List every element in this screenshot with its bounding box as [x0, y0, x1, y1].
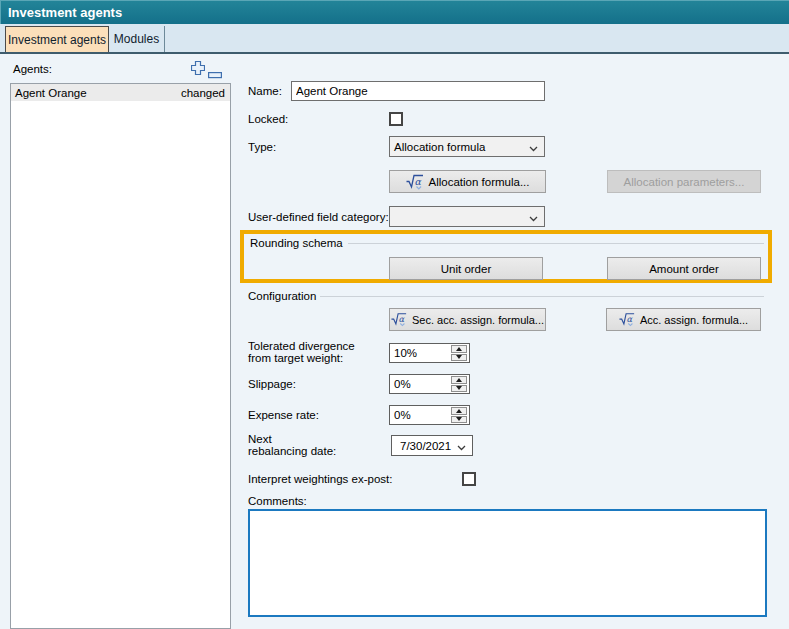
triangle-up-icon	[456, 347, 462, 351]
spinner-buttons	[451, 376, 467, 392]
formula-icon: α	[619, 312, 635, 327]
investment-agents-window: Investment agents Investment agents Modu…	[0, 0, 789, 629]
interpret-expost-checkbox[interactable]	[462, 472, 476, 486]
chevron-down-icon	[529, 211, 538, 223]
formula-icon: α	[406, 174, 424, 190]
tab-investment-agents[interactable]: Investment agents	[5, 26, 109, 52]
expense-rate-spinner[interactable]: 0%	[389, 405, 470, 425]
spinner-up-button[interactable]	[451, 376, 467, 384]
name-input[interactable]	[291, 81, 545, 101]
sec-acc-assign-formula-button-label: Sec. acc. assign. formula...	[412, 314, 544, 326]
tolerated-divergence-label: Tolerated divergence from target weight:	[248, 340, 355, 364]
allocation-parameters-button: Allocation parameters...	[607, 170, 761, 193]
spinner-up-button[interactable]	[451, 407, 467, 415]
spinner-down-button[interactable]	[451, 385, 467, 393]
locked-label: Locked:	[248, 113, 288, 125]
type-select[interactable]: Allocation formula	[389, 136, 545, 157]
amount-order-button[interactable]: Amount order	[607, 257, 761, 280]
spinner-down-button[interactable]	[451, 354, 467, 362]
locked-checkbox[interactable]	[389, 112, 403, 126]
next-rebalancing-date-select[interactable]: 7/30/2021	[391, 435, 473, 456]
type-selected-value: Allocation formula	[394, 141, 485, 153]
svg-text:α: α	[399, 314, 406, 324]
chevron-down-icon	[529, 141, 538, 153]
plus-icon	[191, 61, 205, 75]
tab-strip: Investment agents Modules	[0, 24, 789, 54]
unit-order-button[interactable]: Unit order	[389, 257, 543, 280]
sec-acc-assign-formula-button[interactable]: α Sec. acc. assign. formula...	[389, 308, 546, 331]
configuration-group-label: Configuration	[248, 290, 316, 302]
svg-text:α: α	[626, 314, 633, 324]
triangle-down-icon	[456, 355, 462, 359]
next-rebalancing-date-label: Next rebalancing date:	[248, 433, 336, 457]
amount-order-button-label: Amount order	[649, 263, 719, 275]
type-label: Type:	[248, 141, 276, 153]
agents-list-label: Agents:	[13, 63, 52, 75]
slippage-label: Slippage:	[248, 378, 296, 390]
slippage-value: 0%	[394, 378, 411, 390]
unit-order-button-label: Unit order	[441, 263, 492, 275]
slippage-spinner[interactable]: 0%	[389, 374, 470, 394]
expense-rate-label: Expense rate:	[248, 409, 319, 421]
expense-rate-value: 0%	[394, 409, 411, 421]
allocation-parameters-button-label: Allocation parameters...	[624, 176, 745, 188]
window-titlebar: Investment agents	[0, 0, 789, 24]
rounding-schema-group-label: Rounding schema	[250, 237, 343, 249]
tolerated-divergence-spinner[interactable]: 10%	[389, 343, 470, 363]
window-title: Investment agents	[0, 5, 122, 20]
agent-name: Agent Orange	[15, 87, 87, 99]
agent-status-badge: changed	[181, 87, 225, 99]
triangle-up-icon	[456, 409, 462, 413]
spinner-down-button[interactable]	[451, 416, 467, 424]
comments-label: Comments:	[248, 495, 307, 507]
triangle-down-icon	[456, 386, 462, 390]
agent-list-item[interactable]: Agent Orange changed	[11, 84, 230, 101]
remove-agent-button[interactable]	[208, 65, 222, 83]
udf-category-label: User-defined field category:	[248, 211, 389, 223]
group-divider	[348, 243, 764, 244]
spinner-up-button[interactable]	[451, 345, 467, 353]
minus-icon	[208, 72, 222, 79]
next-rebalancing-date-value: 7/30/2021	[400, 440, 451, 452]
tolerated-divergence-value: 10%	[394, 347, 417, 359]
allocation-formula-button[interactable]: α Allocation formula...	[389, 170, 546, 193]
acc-assign-formula-button[interactable]: α Acc. assign. formula...	[606, 308, 761, 331]
interpret-expost-label: Interpret weightings ex-post:	[248, 473, 392, 485]
add-agent-button[interactable]	[191, 61, 205, 79]
udf-category-select[interactable]	[389, 206, 545, 227]
triangle-down-icon	[456, 417, 462, 421]
acc-assign-formula-button-label: Acc. assign. formula...	[640, 314, 748, 326]
chevron-down-icon	[457, 440, 466, 452]
name-label: Name:	[248, 85, 282, 97]
tab-label: Modules	[114, 32, 159, 46]
formula-icon: α	[391, 312, 407, 327]
spinner-buttons	[451, 345, 467, 361]
group-divider	[320, 296, 764, 297]
spinner-buttons	[451, 407, 467, 423]
agents-listbox[interactable]: Agent Orange changed	[10, 83, 231, 629]
allocation-formula-button-label: Allocation formula...	[429, 176, 530, 188]
tab-modules[interactable]: Modules	[109, 26, 165, 52]
triangle-up-icon	[456, 378, 462, 382]
comments-textarea[interactable]	[248, 509, 767, 617]
tab-label: Investment agents	[8, 33, 106, 47]
svg-text:α: α	[414, 175, 421, 186]
